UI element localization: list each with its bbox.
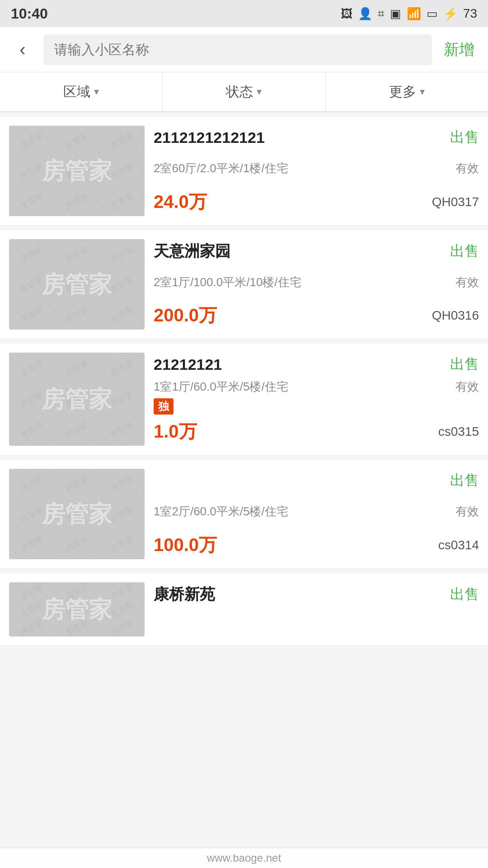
person-icon: 👤 (358, 7, 372, 21)
listing-card[interactable]: 房管家房管家房管家 房管家房管家房管家 房管家房管家房管家 房管家 211212… (0, 117, 488, 226)
filter-more[interactable]: 更多 ▾ (326, 72, 488, 111)
filter-area[interactable]: 区域 ▾ (0, 72, 163, 111)
listing-price: 100.0万 (154, 533, 217, 557)
bottom-watermark-text: www.baoge.net (207, 852, 281, 864)
listing-card[interactable]: 房管家房管家房管家 房管家房管家房管家 房管家房管家房管家 房管家 天意洲家园 … (0, 230, 488, 339)
thumb-text: 房管家 (42, 157, 112, 185)
listing-meta-text: 2室60厅/2.0平米/1楼/住宅 (154, 160, 288, 176)
status-time: 10:40 (11, 5, 48, 22)
listing-thumbnail: 房管家房管家房管家 房管家房管家房管家 房管家房管家房管家 房管家 (9, 126, 145, 216)
thumb-text: 房管家 (42, 385, 112, 413)
listing-tag-row: 独 (154, 398, 479, 415)
filter-more-arrow: ▾ (420, 86, 425, 98)
listing-price-row: 100.0万 cs0314 (154, 533, 479, 557)
filter-area-label: 区域 (63, 83, 90, 101)
listing-meta: 2室1厅/100.0平米/10楼/住宅 有效 (154, 274, 479, 290)
wifi-icon: 📶 (407, 7, 421, 21)
listing-thumbnail: 房管家房管家房管家 房管家房管家房管家 房管家房管家房管家 房管家 (9, 353, 145, 446)
thumb-text: 房管家 (42, 500, 112, 528)
listing-info: 康桥新苑 出售 (154, 582, 479, 636)
filter-status-arrow: ▾ (257, 86, 262, 98)
listing-sale-status: 出售 (450, 354, 479, 374)
photo-icon: 🖼 (341, 7, 352, 21)
listing-card[interactable]: 房管家房管家房管家 房管家房管家房管家 房管家房管家房管家 房管家 出售 1室2… (0, 460, 488, 569)
exclusive-tag: 独 (154, 398, 174, 415)
filter-status[interactable]: 状态 ▾ (163, 72, 325, 111)
listing-code: QH0316 (432, 308, 479, 323)
listing-sale-status: 出售 (450, 241, 479, 261)
listing-valid: 有效 (455, 274, 479, 290)
listing-price: 200.0万 (154, 303, 217, 328)
listing-code: cs0315 (438, 425, 479, 439)
listing-list: 房管家房管家房管家 房管家房管家房管家 房管家房管家房管家 房管家 211212… (0, 117, 488, 646)
listing-card-partial[interactable]: 房管家房管家房管家 房管家房管家房管家 房管家房管家房管家 房管家 康桥新苑 出… (0, 573, 488, 646)
listing-info: 21212121 出售 1室1厅/60.0平米/5楼/住宅 有效 独 1.0万 … (154, 353, 479, 446)
listing-code: cs0314 (438, 538, 479, 552)
dual-sim-icon: ▣ (390, 7, 401, 21)
listing-sale-status: 出售 (450, 127, 479, 147)
listing-price: 24.0万 (154, 189, 207, 214)
bottom-watermark: www.baoge.net (0, 848, 488, 868)
listing-info: 出售 1室2厅/60.0平米/5楼/住宅 有效 100.0万 cs0314 (154, 469, 479, 559)
listing-price-row: 1.0万 cs0315 (154, 419, 479, 444)
listing-price-row: 24.0万 QH0317 (154, 189, 479, 214)
listing-info: 天意洲家园 出售 2室1厅/100.0平米/10楼/住宅 有效 200.0万 Q… (154, 239, 479, 330)
listing-meta: 1室1厅/60.0平米/5楼/住宅 有效 (154, 379, 479, 395)
listing-meta-text: 1室2厅/60.0平米/5楼/住宅 (154, 504, 288, 519)
listing-sale-status: 出售 (450, 471, 479, 491)
listing-meta: 1室2厅/60.0平米/5楼/住宅 有效 (154, 504, 479, 519)
new-button[interactable]: 新增 (439, 39, 479, 60)
listing-code: QH0317 (432, 195, 479, 209)
header: ‹ 新增 (0, 27, 488, 72)
filter-more-label: 更多 (389, 83, 416, 101)
listing-info: 2112121212121 出售 2室60厅/2.0平米/1楼/住宅 有效 24… (154, 126, 479, 216)
usb-icon: ⌗ (378, 7, 385, 21)
listing-meta-text: 2室1厅/100.0平米/10楼/住宅 (154, 274, 301, 290)
status-bar: 10:40 🖼 👤 ⌗ ▣ 📶 ▭ ⚡ 73 (0, 0, 488, 27)
thumb-text: 房管家 (42, 270, 112, 298)
listing-title: 天意洲家园 (154, 241, 230, 262)
search-input[interactable] (54, 42, 421, 57)
listing-top-row: 出售 (154, 471, 479, 491)
listing-top-row: 康桥新苑 出售 (154, 584, 479, 605)
search-wrapper[interactable] (43, 34, 432, 65)
listing-title: 2112121212121 (154, 129, 265, 146)
listing-valid: 有效 (455, 504, 479, 519)
filter-area-arrow: ▾ (94, 86, 99, 98)
screen-icon: ▭ (427, 7, 438, 21)
listing-title: 康桥新苑 (154, 584, 215, 605)
listing-top-row: 21212121 出售 (154, 354, 479, 374)
listing-title: 21212121 (154, 356, 222, 373)
filter-bar: 区域 ▾ 状态 ▾ 更多 ▾ (0, 72, 488, 112)
thumb-text: 房管家 (42, 595, 112, 623)
listing-price: 1.0万 (154, 419, 197, 444)
battery-level: 73 (463, 6, 477, 21)
listing-thumbnail: 房管家房管家房管家 房管家房管家房管家 房管家房管家房管家 房管家 (9, 469, 145, 559)
listing-meta: 2室60厅/2.0平米/1楼/住宅 有效 (154, 160, 479, 176)
listing-price-row: 200.0万 QH0316 (154, 303, 479, 328)
listing-card[interactable]: 房管家房管家房管家 房管家房管家房管家 房管家房管家房管家 房管家 212121… (0, 344, 488, 455)
filter-status-label: 状态 (226, 83, 253, 101)
listing-top-row: 天意洲家园 出售 (154, 241, 479, 262)
listing-sale-status: 出售 (450, 585, 479, 604)
listing-meta-text: 1室1厅/60.0平米/5楼/住宅 (154, 379, 288, 395)
listing-thumbnail: 房管家房管家房管家 房管家房管家房管家 房管家房管家房管家 房管家 (9, 582, 145, 637)
listing-valid: 有效 (455, 379, 479, 395)
listing-thumbnail: 房管家房管家房管家 房管家房管家房管家 房管家房管家房管家 房管家 (9, 239, 145, 330)
listing-top-row: 2112121212121 出售 (154, 127, 479, 147)
listing-valid: 有效 (455, 160, 479, 176)
back-button[interactable]: ‹ (9, 39, 36, 60)
charge-icon: ⚡ (443, 7, 458, 21)
status-right: 🖼 👤 ⌗ ▣ 📶 ▭ ⚡ 73 (341, 6, 477, 21)
